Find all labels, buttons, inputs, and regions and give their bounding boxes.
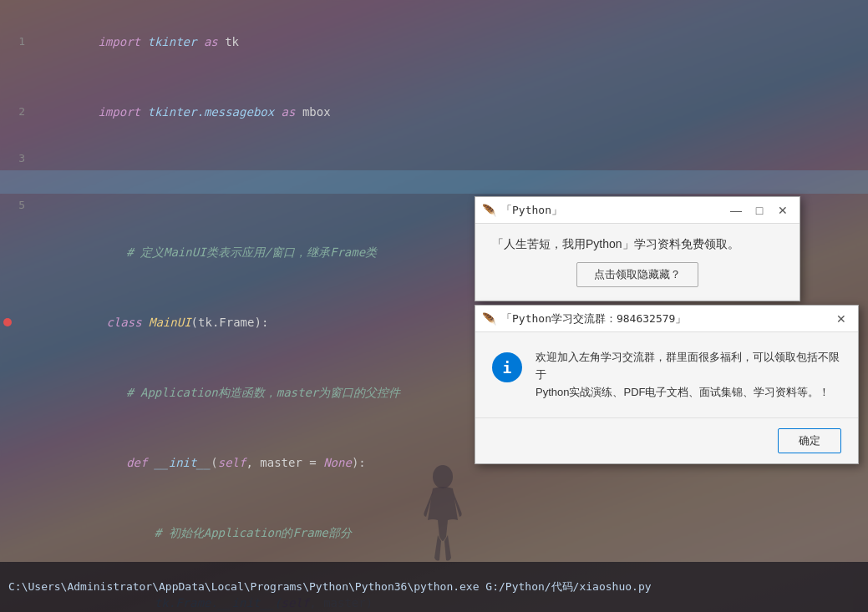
- info-text-line1: 欢迎加入左角学习交流群，群里面很多福利，可以领取包括不限于: [536, 351, 840, 381]
- keyword-none: None: [323, 456, 352, 469]
- info-dialog-footer: 确定: [475, 417, 858, 463]
- paren-1: (: [211, 456, 217, 469]
- class-mainui: MainUI: [149, 316, 191, 329]
- figure-silhouette: [409, 462, 476, 562]
- line-number-2: 2: [0, 100, 33, 124]
- module-tkinter: tkinter: [147, 35, 203, 48]
- maximize-button-small[interactable]: □: [749, 202, 769, 219]
- class-inherit: (tk.Frame):: [191, 316, 269, 329]
- line-content-3: [33, 147, 868, 170]
- line-content-4: [33, 170, 868, 194]
- close-button-small[interactable]: ✕: [773, 202, 793, 219]
- line-content-1: import tkinter as tk: [33, 7, 868, 77]
- info-icon: i: [492, 352, 522, 382]
- confirm-button[interactable]: 确定: [778, 428, 841, 453]
- dialog-title-left-small: 🪶 「Python」: [482, 203, 562, 218]
- info-text-line2: Python实战演练、PDF电子文档、面试集锦、学习资料等。！: [536, 386, 830, 398]
- param-master: , master =: [246, 456, 323, 469]
- breakpoint-7: [3, 318, 12, 326]
- close-button-info[interactable]: ✕: [831, 311, 851, 327]
- dialog-title-left-info: 🪶 「Python学习交流群：984632579」: [482, 311, 686, 326]
- code-line-2: 2 import tkinter.messagebox as mbox: [0, 77, 868, 147]
- status-text: C:\Users\Administrator\AppData\Local\Pro…: [8, 579, 652, 594]
- line-number-5: 5: [0, 194, 33, 217]
- dialog-python-info: 🪶 「Python学习交流群：984632579」 ✕ i 欢迎加入左角学习交流…: [475, 305, 859, 464]
- svg-point-0: [433, 465, 453, 488]
- self-1: self: [218, 456, 246, 469]
- dialog-titlebar-info: 🪶 「Python学习交流群：984632579」 ✕: [475, 306, 858, 332]
- status-bar: C:\Users\Administrator\AppData\Local\Pro…: [0, 562, 868, 612]
- dialog-controls-info[interactable]: ✕: [831, 311, 851, 327]
- code-line-4: [0, 170, 868, 194]
- info-text-content: 欢迎加入左角学习交流群，群里面很多福利，可以领取包括不限于 Python实战演练…: [536, 349, 841, 401]
- dialog-btn-container-small: 点击领取隐藏藏？: [492, 262, 783, 287]
- dialog-action-button-small[interactable]: 点击领取隐藏藏？: [576, 262, 698, 287]
- keyword-import-2: import: [98, 105, 147, 119]
- paren-2: ):: [352, 456, 366, 469]
- minimize-button-small[interactable]: —: [726, 202, 746, 219]
- func-init: __init__: [155, 456, 211, 469]
- comment-init: # Application构造函数，master为窗口的父控件: [98, 386, 400, 399]
- dialog-message-small: 「人生苦短，我用Python」学习资料免费领取。: [492, 237, 783, 252]
- keyword-as-2: as: [282, 105, 302, 119]
- code-line-1: 1 import tkinter as tk: [0, 7, 868, 77]
- keyword-def-1: def: [126, 456, 155, 469]
- info-dialog-body: i 欢迎加入左角学习交流群，群里面很多福利，可以领取包括不限于 Python实战…: [475, 332, 858, 417]
- line-number-3: 3: [0, 147, 33, 170]
- dialog-title-text-small: 「Python」: [501, 203, 562, 218]
- alias-tk: tk: [225, 35, 239, 48]
- line-number-1: 1: [0, 30, 33, 53]
- comment-class-def: # 定义MainUI类表示应用/窗口，继承Frame类: [98, 245, 377, 259]
- keyword-as-1: as: [204, 35, 225, 48]
- dialog-python-small: 🪶 「Python」 — □ ✕ 「人生苦短，我用Python」学习资料免费领取…: [475, 196, 800, 301]
- module-messagebox: tkinter.messagebox: [147, 105, 281, 119]
- code-line-3: 3: [0, 147, 868, 170]
- dialog-title-text-info: 「Python学习交流群：984632579」: [501, 311, 686, 326]
- line-content-2: import tkinter.messagebox as mbox: [33, 77, 868, 147]
- comment-frame-init: # 初始化Application的Frame部分: [98, 526, 351, 539]
- alias-mbox: mbox: [302, 105, 331, 119]
- keyword-import-1: import: [98, 35, 147, 48]
- dialog-title-icon-info: 🪶: [482, 312, 496, 326]
- dialog-controls-small[interactable]: — □ ✕: [726, 202, 793, 219]
- dialog-title-icon-small: 🪶: [482, 204, 496, 217]
- dialog-body-small: 「人生苦短，我用Python」学习资料免费领取。 点击领取隐藏藏？: [475, 224, 799, 301]
- keyword-class: class: [106, 316, 149, 329]
- dialog-titlebar-small: 🪶 「Python」 — □ ✕: [475, 197, 799, 224]
